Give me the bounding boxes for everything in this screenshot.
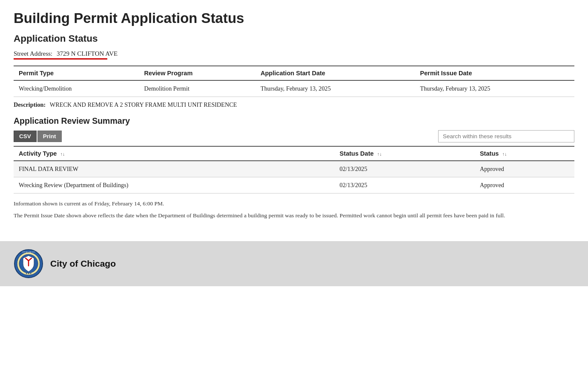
permit-table-row: Wrecking/Demolition Demolition Permit Th… [14, 80, 574, 97]
activity-type-cell: FINAL DATA REVIEW [14, 161, 335, 177]
status-date-header: Status Date ↑↓ [335, 146, 475, 161]
permit-type-header: Permit Type [14, 66, 139, 80]
street-address-label: Street Address: 3729 N CLIFTON AVE [14, 50, 574, 57]
toolbar: CSV Print [14, 130, 574, 142]
footer-city-name: City of Chicago [50, 259, 116, 269]
status-sort-icon[interactable]: ↑↓ [502, 151, 507, 157]
search-input[interactable] [438, 130, 574, 142]
status-date-cell: 02/13/2025 [335, 161, 475, 177]
activity-type-header: Activity Type ↑↓ [14, 146, 335, 161]
review-program-cell: Demolition Permit [139, 80, 255, 97]
description-row: Description: WRECK AND REMOVE A 2 STORY … [14, 101, 574, 108]
info-text: Information shown is current as of Frida… [14, 200, 574, 207]
permit-table: Permit Type Review Program Application S… [14, 65, 574, 97]
permit-issue-date-header: Permit Issue Date [415, 66, 574, 80]
status-date-sort-icon[interactable]: ↑↓ [377, 151, 382, 157]
review-table-row: FINAL DATA REVIEW 02/13/2025 Approved [14, 161, 574, 177]
chicago-seal: ★ ★ ★ CITY OF CHICAGO [14, 249, 43, 279]
activity-type-cell: Wrecking Review (Department of Buildings… [14, 177, 335, 194]
permit-type-cell: Wrecking/Demolition [14, 80, 139, 97]
status-cell: Approved [475, 177, 574, 194]
activity-sort-icon[interactable]: ↑↓ [60, 151, 65, 157]
status-date-cell: 02/13/2025 [335, 177, 475, 194]
toolbar-left: CSV Print [14, 131, 62, 142]
status-cell: Approved [475, 161, 574, 177]
review-table: Activity Type ↑↓ Status Date ↑↓ Status ↑… [14, 146, 574, 194]
review-table-row: Wrecking Review (Department of Buildings… [14, 177, 574, 194]
svg-text:CITY OF CHICAGO: CITY OF CHICAGO [22, 251, 35, 253]
csv-button[interactable]: CSV [14, 131, 37, 142]
svg-text:★ ★ ★: ★ ★ ★ [26, 273, 32, 275]
review-program-header: Review Program [139, 66, 255, 80]
review-summary-title: Application Review Summary [14, 116, 574, 126]
app-start-date-cell: Thursday, February 13, 2025 [255, 80, 415, 97]
address-underline [14, 58, 107, 60]
status-header: Status ↑↓ [475, 146, 574, 161]
footer: ★ ★ ★ CITY OF CHICAGO City of Chicago [0, 241, 588, 286]
description-value: WRECK AND REMOVE A 2 STORY FRAME MULTI U… [50, 101, 237, 108]
section-title: Application Status [14, 33, 574, 44]
print-button[interactable]: Print [37, 131, 62, 142]
permit-issue-date-cell: Thursday, February 13, 2025 [415, 80, 574, 97]
app-start-date-header: Application Start Date [255, 66, 415, 80]
page-title: Building Permit Application Status [14, 10, 574, 26]
disclaimer-text: The Permit Issue Date shown above reflec… [14, 211, 574, 220]
description-label: Description: [14, 101, 46, 108]
